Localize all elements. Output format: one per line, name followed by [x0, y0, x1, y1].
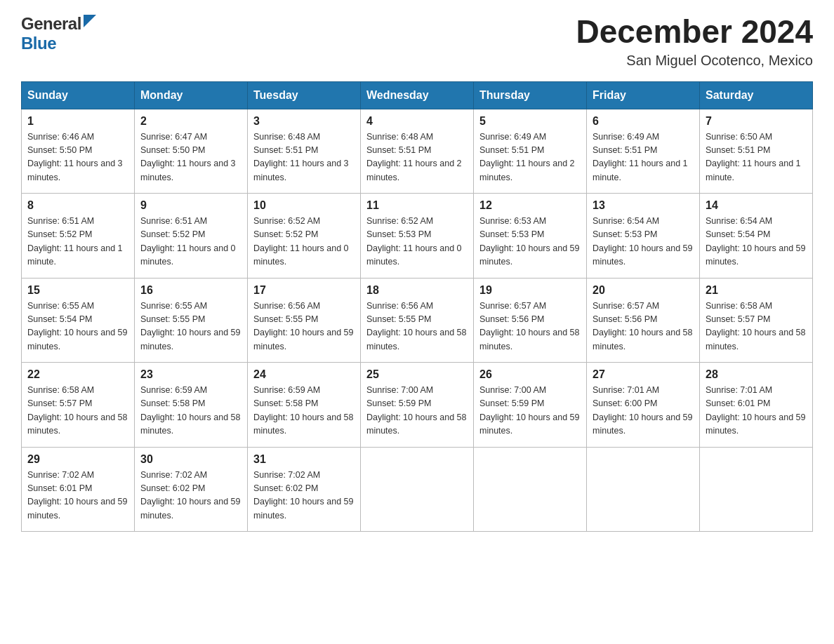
- cell-info: Sunrise: 6:57 AMSunset: 5:56 PMDaylight:…: [479, 301, 579, 351]
- cell-day-number: 22: [27, 368, 128, 381]
- cell-day-number: 17: [253, 284, 355, 297]
- calendar-cell: 22 Sunrise: 6:58 AMSunset: 5:57 PMDaylig…: [22, 363, 135, 448]
- calendar-cell: 27 Sunrise: 7:01 AMSunset: 6:00 PMDaylig…: [587, 363, 700, 448]
- logo: General Blue: [21, 14, 96, 53]
- title-block: December 2024 San Miguel Ocotenco, Mexic…: [576, 14, 813, 69]
- calendar-cell: 18 Sunrise: 6:56 AMSunset: 5:55 PMDaylig…: [361, 278, 474, 363]
- calendar-cell: [361, 447, 474, 532]
- calendar-cell: 8 Sunrise: 6:51 AMSunset: 5:52 PMDayligh…: [22, 194, 135, 279]
- calendar-cell: 10 Sunrise: 6:52 AMSunset: 5:52 PMDaylig…: [248, 194, 361, 279]
- cell-info: Sunrise: 6:56 AMSunset: 5:55 PMDaylight:…: [253, 301, 353, 351]
- cell-day-number: 27: [593, 368, 694, 381]
- calendar-cell: [700, 447, 813, 532]
- cell-info: Sunrise: 6:48 AMSunset: 5:51 PMDaylight:…: [366, 132, 462, 182]
- cell-day-number: 16: [140, 284, 241, 297]
- calendar-cell: 15 Sunrise: 6:55 AMSunset: 5:54 PMDaylig…: [22, 278, 135, 363]
- cell-info: Sunrise: 7:02 AMSunset: 6:02 PMDaylight:…: [140, 470, 240, 521]
- cell-day-number: 10: [253, 199, 355, 212]
- calendar-cell: 26 Sunrise: 7:00 AMSunset: 5:59 PMDaylig…: [474, 363, 587, 448]
- cell-info: Sunrise: 7:02 AMSunset: 6:02 PMDaylight:…: [253, 470, 353, 521]
- calendar-cell: 21 Sunrise: 6:58 AMSunset: 5:57 PMDaylig…: [700, 278, 813, 363]
- calendar-week-row: 1 Sunrise: 6:46 AMSunset: 5:50 PMDayligh…: [22, 109, 813, 194]
- cell-day-number: 29: [27, 453, 128, 466]
- calendar-cell: 29 Sunrise: 7:02 AMSunset: 6:01 PMDaylig…: [22, 447, 135, 532]
- cell-day-number: 20: [593, 284, 694, 297]
- calendar-cell: 6 Sunrise: 6:49 AMSunset: 5:51 PMDayligh…: [587, 109, 700, 194]
- cell-info: Sunrise: 6:58 AMSunset: 5:57 PMDaylight:…: [27, 385, 127, 436]
- calendar-header-row: SundayMondayTuesdayWednesdayThursdayFrid…: [22, 81, 813, 109]
- cell-day-number: 6: [593, 115, 694, 128]
- calendar-week-row: 15 Sunrise: 6:55 AMSunset: 5:54 PMDaylig…: [22, 278, 813, 363]
- calendar-cell: 14 Sunrise: 6:54 AMSunset: 5:54 PMDaylig…: [700, 194, 813, 279]
- cell-info: Sunrise: 6:50 AMSunset: 5:51 PMDaylight:…: [706, 132, 801, 182]
- calendar-cell: 17 Sunrise: 6:56 AMSunset: 5:55 PMDaylig…: [248, 278, 361, 363]
- cell-day-number: 14: [706, 199, 807, 212]
- calendar-cell: 4 Sunrise: 6:48 AMSunset: 5:51 PMDayligh…: [361, 109, 474, 194]
- cell-info: Sunrise: 6:51 AMSunset: 5:52 PMDaylight:…: [140, 216, 236, 267]
- cell-day-number: 28: [706, 368, 807, 381]
- cell-day-number: 4: [366, 115, 468, 128]
- cell-info: Sunrise: 6:55 AMSunset: 5:54 PMDaylight:…: [27, 301, 127, 351]
- cell-info: Sunrise: 6:58 AMSunset: 5:57 PMDaylight:…: [706, 301, 805, 351]
- calendar-day-header: Saturday: [700, 81, 813, 109]
- cell-day-number: 18: [366, 284, 468, 297]
- calendar-cell: 24 Sunrise: 6:59 AMSunset: 5:58 PMDaylig…: [248, 363, 361, 448]
- cell-info: Sunrise: 6:54 AMSunset: 5:53 PMDaylight:…: [593, 216, 692, 267]
- cell-day-number: 13: [593, 199, 694, 212]
- calendar-week-row: 8 Sunrise: 6:51 AMSunset: 5:52 PMDayligh…: [22, 194, 813, 279]
- calendar-cell: 3 Sunrise: 6:48 AMSunset: 5:51 PMDayligh…: [248, 109, 361, 194]
- cell-info: Sunrise: 6:48 AMSunset: 5:51 PMDaylight:…: [253, 132, 349, 182]
- calendar-cell: 23 Sunrise: 6:59 AMSunset: 5:58 PMDaylig…: [135, 363, 248, 448]
- calendar-cell: 16 Sunrise: 6:55 AMSunset: 5:55 PMDaylig…: [135, 278, 248, 363]
- cell-day-number: 19: [479, 284, 581, 297]
- calendar-day-header: Sunday: [22, 81, 135, 109]
- cell-day-number: 15: [27, 284, 128, 297]
- calendar-cell: [587, 447, 700, 532]
- page-header: General Blue December 2024 San Miguel Oc…: [21, 14, 813, 69]
- cell-day-number: 5: [479, 115, 581, 128]
- page-subtitle: San Miguel Ocotenco, Mexico: [576, 53, 813, 69]
- cell-info: Sunrise: 7:01 AMSunset: 6:00 PMDaylight:…: [593, 385, 692, 436]
- cell-info: Sunrise: 6:55 AMSunset: 5:55 PMDaylight:…: [140, 301, 240, 351]
- calendar-cell: 31 Sunrise: 7:02 AMSunset: 6:02 PMDaylig…: [248, 447, 361, 532]
- calendar-cell: 7 Sunrise: 6:50 AMSunset: 5:51 PMDayligh…: [700, 109, 813, 194]
- cell-day-number: 25: [366, 368, 468, 381]
- calendar-cell: 9 Sunrise: 6:51 AMSunset: 5:52 PMDayligh…: [135, 194, 248, 279]
- cell-info: Sunrise: 6:57 AMSunset: 5:56 PMDaylight:…: [593, 301, 692, 351]
- cell-day-number: 12: [479, 199, 581, 212]
- cell-info: Sunrise: 7:01 AMSunset: 6:01 PMDaylight:…: [706, 385, 805, 436]
- cell-info: Sunrise: 6:51 AMSunset: 5:52 PMDaylight:…: [27, 216, 123, 267]
- calendar-cell: 25 Sunrise: 7:00 AMSunset: 5:59 PMDaylig…: [361, 363, 474, 448]
- calendar-week-row: 22 Sunrise: 6:58 AMSunset: 5:57 PMDaylig…: [22, 363, 813, 448]
- cell-day-number: 23: [140, 368, 241, 381]
- cell-info: Sunrise: 7:00 AMSunset: 5:59 PMDaylight:…: [366, 385, 466, 436]
- calendar-cell: 5 Sunrise: 6:49 AMSunset: 5:51 PMDayligh…: [474, 109, 587, 194]
- calendar-table: SundayMondayTuesdayWednesdayThursdayFrid…: [21, 81, 813, 532]
- page-title: December 2024: [576, 14, 813, 50]
- calendar-cell: 2 Sunrise: 6:47 AMSunset: 5:50 PMDayligh…: [135, 109, 248, 194]
- calendar-cell: 1 Sunrise: 6:46 AMSunset: 5:50 PMDayligh…: [22, 109, 135, 194]
- cell-info: Sunrise: 6:54 AMSunset: 5:54 PMDaylight:…: [706, 216, 805, 267]
- cell-info: Sunrise: 6:49 AMSunset: 5:51 PMDaylight:…: [593, 132, 688, 182]
- calendar-day-header: Monday: [135, 81, 248, 109]
- cell-info: Sunrise: 6:59 AMSunset: 5:58 PMDaylight:…: [140, 385, 240, 436]
- cell-info: Sunrise: 6:56 AMSunset: 5:55 PMDaylight:…: [366, 301, 466, 351]
- cell-info: Sunrise: 6:53 AMSunset: 5:53 PMDaylight:…: [479, 216, 579, 267]
- cell-day-number: 1: [27, 115, 128, 128]
- calendar-day-header: Wednesday: [361, 81, 474, 109]
- cell-info: Sunrise: 6:49 AMSunset: 5:51 PMDaylight:…: [479, 132, 575, 182]
- calendar-cell: [474, 447, 587, 532]
- cell-day-number: 8: [27, 199, 128, 212]
- calendar-day-header: Thursday: [474, 81, 587, 109]
- calendar-cell: 12 Sunrise: 6:53 AMSunset: 5:53 PMDaylig…: [474, 194, 587, 279]
- calendar-cell: 28 Sunrise: 7:01 AMSunset: 6:01 PMDaylig…: [700, 363, 813, 448]
- cell-day-number: 30: [140, 453, 241, 466]
- cell-day-number: 11: [366, 199, 468, 212]
- logo-triangle-icon: [84, 15, 96, 30]
- calendar-day-header: Tuesday: [248, 81, 361, 109]
- logo-general-text: General: [21, 14, 81, 34]
- cell-day-number: 31: [253, 453, 355, 466]
- cell-info: Sunrise: 6:59 AMSunset: 5:58 PMDaylight:…: [253, 385, 353, 436]
- cell-day-number: 24: [253, 368, 355, 381]
- cell-day-number: 21: [706, 284, 807, 297]
